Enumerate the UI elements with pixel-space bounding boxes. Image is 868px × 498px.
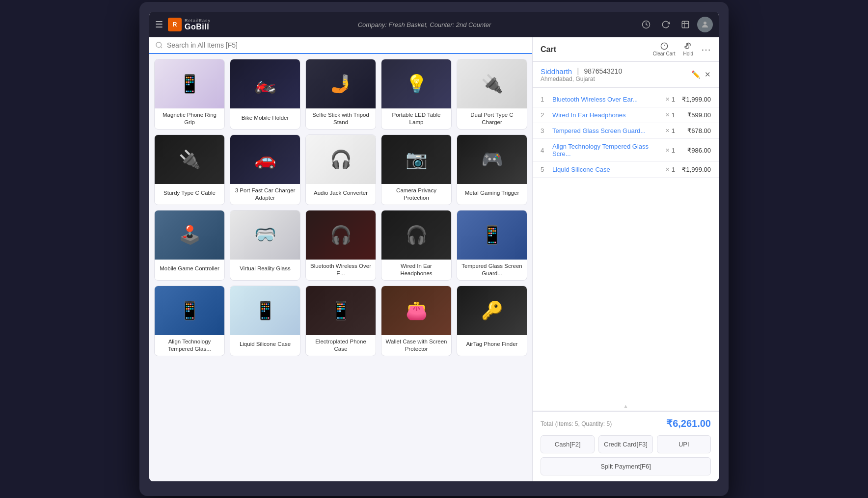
cart-item: 1 Bluetooth Wireless Over Ear... ✕ 1 ₹1,… bbox=[533, 92, 719, 107]
product-card-tempered-glass[interactable]: 📱Tempered Glass Screen Guard... bbox=[457, 210, 527, 281]
product-card-sturdy-cable[interactable]: 🔌Sturdy Type C Cable bbox=[154, 134, 225, 205]
cart-panel: Cart Clear Cart bbox=[532, 37, 719, 481]
remove-customer-icon[interactable]: ✕ bbox=[705, 70, 711, 79]
product-image-sturdy-cable: 🔌 bbox=[155, 135, 224, 184]
product-card-audio-jack[interactable]: 🎧Audio Jack Converter bbox=[305, 134, 376, 205]
payment-cash-button[interactable]: Cash[F2] bbox=[541, 435, 595, 453]
product-card-led-lamp[interactable]: 💡Portable LED Table Lamp bbox=[381, 59, 452, 130]
product-card-airtag[interactable]: 🔑AirTag Phone Finder bbox=[457, 286, 527, 356]
payment-upi-button[interactable]: UPI bbox=[657, 435, 711, 453]
search-input[interactable] bbox=[167, 41, 526, 49]
cart-item-name[interactable]: Tempered Glass Screen Guard... bbox=[552, 127, 661, 134]
cart-item-number: 4 bbox=[541, 147, 548, 154]
main-content: 📱Magnetic Phone Ring Grip🏍️Bike Mobile H… bbox=[149, 37, 719, 481]
product-card-align-glass[interactable]: 📱Align Technology Tempered Glas... bbox=[154, 286, 225, 356]
split-payment-button[interactable]: Split Payment[F6] bbox=[541, 457, 711, 475]
cart-items: 1 Bluetooth Wireless Over Ear... ✕ 1 ₹1,… bbox=[533, 88, 719, 401]
search-bar bbox=[149, 37, 532, 54]
qty-value: 1 bbox=[672, 96, 675, 103]
product-label-bike-holder: Bike Mobile Holder bbox=[230, 108, 300, 127]
cart-item-name[interactable]: Liquid Silicone Case bbox=[552, 166, 661, 173]
navbar-center: Company: Fresh Basket, Counter: 2nd Coun… bbox=[216, 20, 633, 29]
cart-item-name[interactable]: Align Technology Tempered Glass Scre... bbox=[552, 143, 661, 157]
product-image-game-controller: 🕹️ bbox=[155, 210, 224, 260]
edit-customer-icon[interactable]: ✏️ bbox=[691, 70, 701, 79]
product-card-bt-headphones[interactable]: 🎧Bluetooth Wireless Over E... bbox=[305, 210, 376, 281]
product-card-bike-holder[interactable]: 🏍️Bike Mobile Holder bbox=[230, 59, 300, 130]
cart-item-price: ₹1,999.00 bbox=[679, 96, 711, 103]
more-options-button[interactable]: ⋯ bbox=[701, 44, 711, 55]
product-image-led-lamp: 💡 bbox=[381, 59, 451, 108]
refresh-icon[interactable] bbox=[658, 17, 674, 32]
qty-value: 1 bbox=[672, 111, 675, 119]
cart-item-qty: ✕ 1 bbox=[665, 166, 675, 173]
product-image-vr-glass: 🥽 bbox=[230, 210, 300, 260]
qty-x-symbol: ✕ bbox=[665, 96, 670, 103]
product-label-liquid-silicone: Liquid Silicone Case bbox=[230, 335, 300, 354]
product-label-align-glass: Align Technology Tempered Glas... bbox=[155, 335, 224, 356]
product-card-camera-privacy[interactable]: 📷Camera Privacy Protection bbox=[381, 134, 452, 205]
brand-text: RetailEasy GoBill bbox=[185, 19, 211, 31]
total-label: Total (Items: 5, Quantity: 5) bbox=[541, 419, 612, 428]
cart-item: 5 Liquid Silicone Case ✕ 1 ₹1,999.00 bbox=[533, 162, 719, 178]
cart-item-qty: ✕ 1 bbox=[665, 147, 675, 154]
product-image-airtag: 🔑 bbox=[457, 286, 527, 335]
product-card-car-charger[interactable]: 🚗3 Port Fast Car Charger Adapter bbox=[230, 134, 300, 205]
product-image-selfie-stick: 🤳 bbox=[306, 59, 376, 108]
cart-item-price: ₹986.00 bbox=[679, 147, 711, 154]
product-card-vr-glass[interactable]: 🥽Virtual Reality Glass bbox=[230, 210, 300, 281]
customer-section: Siddharth | 9876543210 Ahmedabad, Gujara… bbox=[533, 62, 719, 88]
product-card-dual-charger[interactable]: 🔌Dual Port Type C Charger bbox=[457, 59, 527, 130]
product-label-selfie-stick: Selfie Stick with Tripod Stand bbox=[306, 108, 376, 129]
product-card-electroplated[interactable]: 📱Electroplated Phone Case bbox=[305, 286, 376, 356]
product-label-bt-headphones: Bluetooth Wireless Over E... bbox=[306, 260, 376, 280]
product-label-dual-charger: Dual Port Type C Charger bbox=[457, 108, 527, 129]
product-image-wallet-case: 👛 bbox=[381, 286, 451, 335]
cart-item-price: ₹1,999.00 bbox=[679, 166, 711, 173]
product-card-game-controller[interactable]: 🕹️Mobile Game Controller bbox=[154, 210, 225, 281]
cart-item-price: ₹599.00 bbox=[679, 111, 711, 119]
qty-value: 1 bbox=[672, 166, 675, 173]
product-image-audio-jack: 🎧 bbox=[306, 135, 376, 184]
product-card-selfie-stick[interactable]: 🤳Selfie Stick with Tripod Stand bbox=[305, 59, 376, 130]
qty-x-symbol: ✕ bbox=[665, 128, 670, 134]
customer-actions: ✏️ ✕ bbox=[691, 70, 711, 79]
history-icon[interactable] bbox=[638, 17, 654, 32]
cart-item-number: 2 bbox=[541, 111, 548, 119]
qty-x-symbol: ✕ bbox=[665, 166, 670, 173]
cart-item-name[interactable]: Wired In Ear Headphones bbox=[552, 111, 661, 119]
user-avatar[interactable] bbox=[697, 17, 713, 32]
product-image-dual-charger: 🔌 bbox=[457, 59, 527, 108]
payment-credit-button[interactable]: Credit Card[F3] bbox=[598, 435, 652, 453]
product-card-wallet-case[interactable]: 👛Wallet Case with Screen Protector bbox=[381, 286, 452, 356]
total-row: Total (Items: 5, Quantity: 5) ₹6,261.00 bbox=[541, 418, 711, 429]
cart-item: 4 Align Technology Tempered Glass Scre..… bbox=[533, 139, 719, 162]
brand-logo: R bbox=[168, 18, 182, 31]
fullscreen-icon[interactable] bbox=[678, 17, 693, 32]
product-image-camera-privacy: 📷 bbox=[381, 135, 451, 184]
scroll-indicator: ▲ bbox=[533, 401, 719, 411]
customer-phone: 9876543210 bbox=[584, 67, 622, 75]
product-image-car-charger: 🚗 bbox=[230, 135, 300, 184]
clear-cart-button[interactable]: Clear Cart bbox=[653, 42, 676, 56]
product-image-gaming-trigger: 🎮 bbox=[457, 135, 527, 184]
navbar: ☰ R RetailEasy GoBill Company: Fresh Bas… bbox=[149, 12, 719, 37]
product-image-magnetic-ring: 📱 bbox=[155, 59, 224, 108]
product-card-wired-headphones[interactable]: 🎧Wired In Ear Headphones bbox=[381, 210, 452, 281]
hamburger-icon[interactable]: ☰ bbox=[155, 19, 163, 30]
product-card-gaming-trigger[interactable]: 🎮Metal Gaming Trigger bbox=[457, 134, 527, 205]
cart-item-name[interactable]: Bluetooth Wireless Over Ear... bbox=[552, 96, 661, 103]
items-grid: 📱Magnetic Phone Ring Grip🏍️Bike Mobile H… bbox=[149, 54, 532, 481]
product-label-camera-privacy: Camera Privacy Protection bbox=[381, 184, 451, 205]
qty-x-symbol: ✕ bbox=[665, 147, 670, 154]
cart-footer: Total (Items: 5, Quantity: 5) ₹6,261.00 … bbox=[533, 411, 719, 481]
cart-item-qty: ✕ 1 bbox=[665, 96, 675, 103]
items-panel: 📱Magnetic Phone Ring Grip🏍️Bike Mobile H… bbox=[149, 37, 532, 481]
product-label-magnetic-ring: Magnetic Phone Ring Grip bbox=[155, 108, 224, 129]
hold-button[interactable]: Hold bbox=[683, 42, 693, 56]
product-card-liquid-silicone[interactable]: 📱Liquid Silicone Case bbox=[230, 286, 300, 356]
customer-name[interactable]: Siddharth bbox=[541, 67, 572, 76]
product-card-magnetic-ring[interactable]: 📱Magnetic Phone Ring Grip bbox=[154, 59, 225, 130]
svg-line-4 bbox=[161, 47, 162, 48]
cart-item-qty: ✕ 1 bbox=[665, 127, 675, 134]
